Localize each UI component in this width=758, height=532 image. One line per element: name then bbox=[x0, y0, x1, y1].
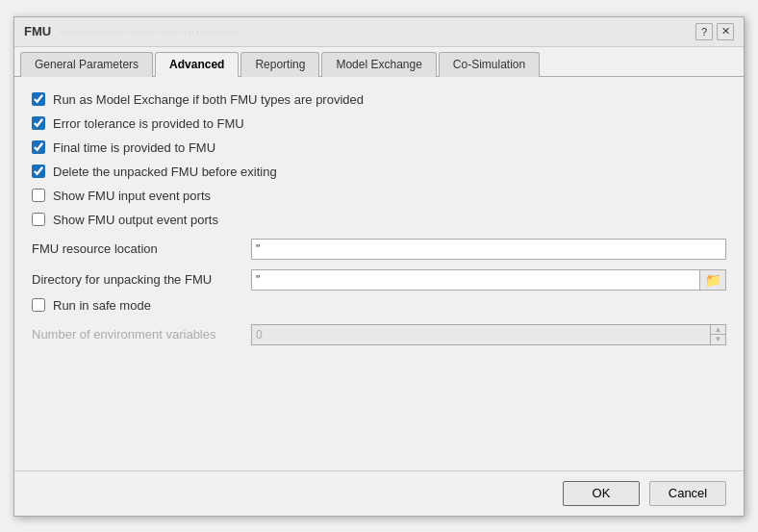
checkbox-delete-unpacked-label: Delete the unpacked FMU before exiting bbox=[53, 165, 277, 179]
checkbox-delete-unpacked: Delete the unpacked FMU before exiting bbox=[32, 163, 726, 181]
spinner-up-button[interactable]: ▲ bbox=[711, 325, 725, 336]
title-dots: ········································… bbox=[59, 26, 242, 38]
fmu-dialog: FMU ····································… bbox=[13, 16, 745, 517]
num-env-vars-row: Number of environment variables ▲ ▼ bbox=[32, 324, 726, 345]
tab-co-simulation[interactable]: Co-Simulation bbox=[439, 52, 540, 77]
checkbox-error-tolerance-input[interactable] bbox=[32, 116, 45, 130]
checkbox-show-output-ports: Show FMU output event ports bbox=[32, 211, 726, 229]
checkbox-final-time-input[interactable] bbox=[32, 140, 45, 154]
checkbox-show-input-ports-label: Show FMU input event ports bbox=[53, 189, 211, 203]
tab-advanced[interactable]: Advanced bbox=[155, 52, 239, 77]
checkbox-final-time: Final time is provided to FMU bbox=[32, 139, 726, 157]
help-button[interactable]: ? bbox=[695, 23, 713, 40]
checkbox-show-output-ports-input[interactable] bbox=[32, 213, 45, 226]
checkbox-final-time-label: Final time is provided to FMU bbox=[53, 140, 215, 155]
checkbox-error-tolerance-label: Error tolerance is provided to FMU bbox=[53, 116, 244, 131]
directory-unpacking-row: Directory for unpacking the FMU 📁 bbox=[32, 269, 726, 291]
title-bar: FMU ····································… bbox=[14, 17, 744, 47]
tab-reporting[interactable]: Reporting bbox=[240, 52, 319, 77]
dialog-title: FMU bbox=[24, 24, 51, 38]
checkbox-run-safe-mode-input[interactable] bbox=[32, 298, 45, 312]
title-bar-left: FMU ····································… bbox=[24, 24, 242, 38]
ok-button[interactable]: OK bbox=[563, 481, 640, 506]
checkbox-show-input-ports: Show FMU input event ports bbox=[32, 187, 726, 205]
fmu-resource-label: FMU resource location bbox=[32, 241, 243, 256]
checkbox-show-output-ports-label: Show FMU output event ports bbox=[53, 213, 218, 227]
num-env-vars-label: Number of environment variables bbox=[32, 327, 243, 342]
num-env-vars-input[interactable] bbox=[251, 324, 711, 345]
close-button[interactable]: ✕ bbox=[717, 23, 734, 40]
directory-unpacking-label: Directory for unpacking the FMU bbox=[32, 272, 243, 287]
checkbox-run-model-exchange-label: Run as Model Exchange if both FMU types … bbox=[53, 92, 364, 107]
checkbox-run-model-exchange-input[interactable] bbox=[32, 92, 45, 106]
fmu-resource-input[interactable] bbox=[251, 239, 726, 260]
tab-bar: General Parameters Advanced Reporting Mo… bbox=[14, 47, 744, 77]
checkbox-run-safe-mode: Run in safe mode bbox=[32, 296, 726, 315]
checkbox-error-tolerance: Error tolerance is provided to FMU bbox=[32, 114, 726, 133]
browse-icon: 📁 bbox=[705, 272, 721, 288]
content-area: Run as Model Exchange if both FMU types … bbox=[14, 77, 744, 470]
tab-general-parameters[interactable]: General Parameters bbox=[20, 52, 153, 77]
tab-model-exchange[interactable]: Model Exchange bbox=[321, 52, 436, 77]
checkbox-delete-unpacked-input[interactable] bbox=[32, 165, 45, 178]
checkbox-run-model-exchange: Run as Model Exchange if both FMU types … bbox=[32, 90, 726, 109]
directory-unpacking-input-wrap: 📁 bbox=[251, 269, 726, 291]
cancel-button[interactable]: Cancel bbox=[649, 481, 726, 506]
fmu-resource-row: FMU resource location bbox=[32, 239, 726, 260]
num-env-vars-wrap: ▲ ▼ bbox=[251, 324, 726, 345]
browse-button[interactable]: 📁 bbox=[699, 269, 726, 291]
title-bar-right: ? ✕ bbox=[695, 23, 734, 40]
checkbox-run-safe-mode-label: Run in safe mode bbox=[53, 298, 151, 313]
spinner-buttons: ▲ ▼ bbox=[711, 324, 726, 345]
footer: OK Cancel bbox=[14, 470, 744, 516]
checkbox-show-input-ports-input[interactable] bbox=[32, 189, 45, 202]
spinner-down-button[interactable]: ▼ bbox=[711, 335, 725, 344]
directory-unpacking-input[interactable] bbox=[251, 269, 699, 291]
